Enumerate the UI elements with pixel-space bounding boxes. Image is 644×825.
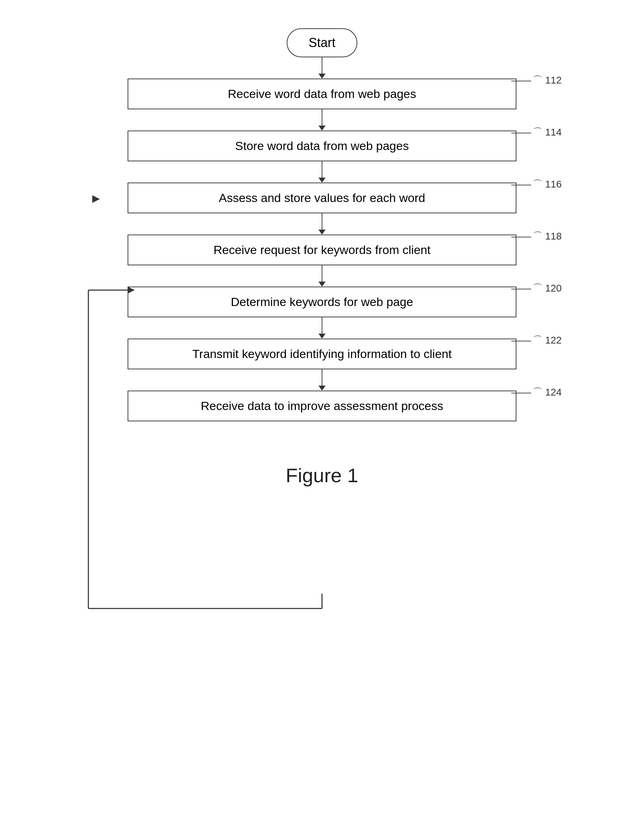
arrow-3 [319,161,325,182]
step-row-124: Receive data to improve assessment proce… [75,391,569,421]
step-120-label: Determine keywords for web page [231,295,413,309]
step-118-label: Receive request for keywords from client [214,243,430,256]
step-row-122: Transmit keyword identifying information… [75,338,569,369]
box-124: Receive data to improve assessment proce… [128,391,516,421]
step-112-number: ⌒ 112 [512,74,562,87]
step-row-114: Store word data from web pages ⌒ 114 [75,131,569,161]
box-122: Transmit keyword identifying information… [128,338,516,369]
box-120: Determine keywords for web page ⌒ 120 [128,287,516,317]
step-124-number: ⌒ 124 [512,386,562,399]
box-118: Receive request for keywords from client… [128,235,516,265]
step-114-label: Store word data from web pages [235,139,408,153]
step-120-number: ⌒ 120 [512,281,562,295]
step-122-number: ⌒ 122 [512,334,562,347]
step-116-number: ⌒ 116 [512,178,562,191]
arrow-2 [319,109,325,131]
arrow-5 [319,265,325,287]
box-112: Receive word data from web pages ⌒ 112 [128,79,516,109]
arrow-4 [319,213,325,235]
feedback-arrow-in: ▶ [92,192,100,204]
step-112-label: Receive word data from web pages [228,87,416,100]
start-label: Start [308,36,336,50]
figure-caption: Figure 1 [286,464,358,487]
flowchart-container: Start Receive word data from web pages ⌒… [75,28,569,487]
step-118-number: ⌒ 118 [512,230,562,243]
start-oval: Start [287,28,357,57]
step-122-label: Transmit keyword identifying information… [192,347,452,360]
box-116: ▶ Assess and store values for each word … [128,182,516,213]
arrow-6 [319,317,325,338]
step-row-118: Receive request for keywords from client… [75,235,569,265]
step-row-120: Determine keywords for web page ⌒ 120 [75,287,569,317]
arrow-1 [319,57,325,79]
box-114: Store word data from web pages ⌒ 114 [128,131,516,161]
step-row-112: Receive word data from web pages ⌒ 112 [75,79,569,109]
arrow-7 [319,369,325,391]
figure-caption-text: Figure 1 [286,464,358,487]
step-row-116: ▶ Assess and store values for each word … [75,182,569,213]
step-114-number: ⌒ 114 [512,125,562,139]
step-116-label: Assess and store values for each word [219,191,425,204]
step-124-label: Receive data to improve assessment proce… [201,399,443,412]
